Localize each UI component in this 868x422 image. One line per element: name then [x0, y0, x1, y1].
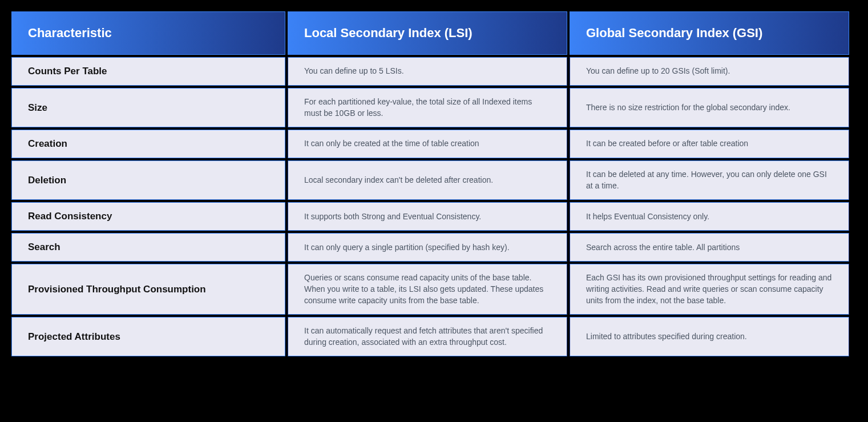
row-label: Projected Attributes — [11, 317, 285, 356]
row-label: Provisioned Throughput Consumption — [11, 264, 285, 315]
cell-gsi: It can be created before or after table … — [570, 130, 849, 158]
cell-lsi: Queries or scans consume read capacity u… — [288, 264, 567, 315]
cell-lsi: It can automatically request and fetch a… — [288, 317, 567, 356]
cell-lsi: Local secondary index can't be deleted a… — [288, 160, 567, 200]
cell-lsi: It can only be created at the time of ta… — [288, 130, 567, 158]
row-label: Size — [11, 88, 285, 127]
row-label: Creation — [11, 130, 285, 158]
header-characteristic: Characteristic — [11, 11, 285, 55]
cell-gsi: Limited to attributes specified during c… — [570, 317, 849, 356]
header-gsi: Global Secondary Index (GSI) — [570, 11, 849, 55]
cell-gsi: You can define up to 20 GSIs (Soft limit… — [570, 57, 849, 86]
cell-lsi: It can only query a single partition (sp… — [288, 233, 567, 262]
cell-lsi: You can define up to 5 LSIs. — [288, 57, 567, 86]
cell-lsi: It supports both Strong and Eventual Con… — [288, 202, 567, 231]
cell-lsi: For each partitioned key-value, the tota… — [288, 88, 567, 127]
row-label: Search — [11, 233, 285, 262]
cell-gsi: There is no size restriction for the glo… — [570, 88, 849, 127]
cell-gsi: Each GSI has its own provisioned through… — [570, 264, 849, 315]
row-label: Read Consistency — [11, 202, 285, 231]
comparison-table: Characteristic Local Secondary Index (LS… — [11, 11, 857, 356]
cell-gsi: Search across the entire table. All part… — [570, 233, 849, 262]
header-lsi: Local Secondary Index (LSI) — [288, 11, 567, 55]
cell-gsi: It helps Eventual Consistency only. — [570, 202, 849, 231]
row-label: Deletion — [11, 160, 285, 200]
cell-gsi: It can be deleted at any time. However, … — [570, 160, 849, 200]
row-label: Counts Per Table — [11, 57, 285, 86]
